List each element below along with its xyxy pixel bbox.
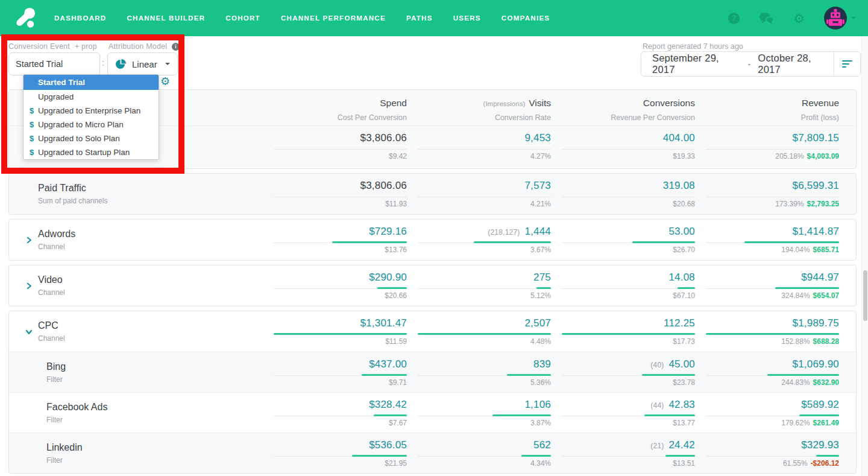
info-icon[interactable]: i (172, 43, 180, 51)
dropdown-item[interactable]: $Upgraded to Solo Plan (24, 132, 159, 145)
cell-subvalue-text: 4.21% (530, 200, 551, 208)
value-bar (274, 287, 407, 289)
cell-value[interactable]: $290.90 (369, 271, 407, 284)
value-bar (418, 333, 551, 335)
value-bar-fill (492, 414, 551, 416)
cell-subvalue: $21.95 (385, 459, 407, 468)
settings-gear-icon[interactable]: ⚙ (793, 12, 805, 25)
cell-value[interactable]: 319.08 (663, 180, 695, 192)
dropdown-item[interactable]: $Upgraded to Enterprise Plan (24, 104, 159, 118)
add-property-link[interactable]: + prop (75, 42, 97, 51)
table-row[interactable]: Facebook AdsFilter$328.42$7.671,1063.87%… (9, 392, 856, 433)
help-icon[interactable]: ? (728, 13, 740, 24)
row-titles: LinkedinFilter (46, 442, 83, 465)
pie-chart-icon (115, 59, 127, 70)
cell-subvalue-text: 173.39% (775, 200, 804, 208)
collapse-chevron-icon[interactable] (25, 328, 38, 336)
cell-value[interactable]: 2,507 (524, 317, 551, 329)
value-bar (418, 414, 551, 416)
app-logo-icon[interactable] (14, 7, 37, 29)
cell-value[interactable]: 839 (533, 358, 551, 370)
cell-value[interactable]: $1,414.87 (793, 226, 839, 238)
profit-value: -$206.12 (811, 459, 839, 468)
cell-value[interactable]: 14.08 (668, 271, 695, 284)
nav-item-cohort[interactable]: COHORT (225, 14, 260, 22)
filter-icon[interactable] (834, 52, 860, 76)
value-bar-fill (332, 241, 407, 243)
chat-icon[interactable] (759, 12, 774, 25)
table-row[interactable]: VideoChannel$290.90$20.662755.12%14.08$6… (9, 265, 856, 306)
value-bar (706, 414, 839, 416)
nav-item-companies[interactable]: COMPANIES (502, 14, 550, 22)
dropdown-item[interactable]: $Upgraded to Startup Plan (24, 145, 159, 159)
cell-value[interactable]: $3,806.06 (360, 180, 407, 192)
row-label: CPCChannel (9, 311, 263, 352)
user-menu[interactable] (824, 7, 856, 30)
date-range-picker[interactable]: September 29, 2017 - October 28, 2017 (641, 51, 861, 77)
cell-value-text: 562 (533, 439, 551, 451)
nav-item-dashboard[interactable]: DASHBOARD (54, 14, 106, 22)
scrollbar-thumb[interactable] (863, 270, 867, 321)
cell-value[interactable]: 112.25 (664, 317, 695, 329)
cell-value[interactable]: $944.97 (801, 271, 839, 284)
expand-chevron-icon[interactable] (25, 236, 38, 244)
cell-value[interactable]: $7,809.15 (793, 132, 839, 144)
cell-value[interactable]: $589.92 (801, 399, 839, 411)
cell-subvalue-text: $13.76 (385, 246, 407, 254)
nav-item-channel-performance[interactable]: CHANNEL PERFORMANCE (281, 14, 386, 22)
table-row[interactable]: LinkedinFilter$536.05$21.955624.34%(21)2… (9, 433, 856, 473)
cell-value[interactable]: $536.05 (369, 439, 407, 451)
value-bar (418, 374, 551, 376)
cell-value[interactable]: 7,573 (524, 180, 551, 192)
conversion-event-label: Conversion Event + prop (8, 42, 97, 51)
cell-value[interactable]: $329.93 (801, 439, 839, 451)
nav-item-users[interactable]: USERS (453, 14, 481, 22)
cell-value[interactable]: $1,989.75 (793, 317, 839, 329)
cell-subvalue-text: $67.10 (673, 291, 695, 300)
cell-value[interactable]: $3,806.06 (360, 132, 407, 144)
row-titles: BingFilter (46, 361, 66, 384)
table-card: AdwordsChannel$729.16$13.76(218,127)1,44… (8, 219, 857, 261)
cell-value[interactable]: 1,106 (524, 399, 551, 411)
cell-value[interactable]: (218,127)1,444 (488, 226, 551, 238)
cell-value[interactable]: (44)42.83 (650, 399, 695, 411)
cell-value[interactable]: 9,453 (524, 132, 551, 144)
profit-value: $2,793.25 (807, 200, 839, 208)
nav-item-channel-builder[interactable]: CHANNEL BUILDER (127, 14, 205, 22)
dropdown-item[interactable]: Started Trial (24, 75, 159, 90)
cell-value[interactable]: (21)24.42 (650, 439, 695, 451)
avatar[interactable] (824, 7, 847, 30)
conversion-event-input[interactable] (8, 52, 100, 75)
profit-value: $632.90 (813, 378, 839, 387)
cell-subvalue: $17.73 (673, 337, 695, 346)
cell-value[interactable]: 562 (533, 439, 551, 451)
cell-subvalue: $13.76 (385, 246, 407, 254)
table-row[interactable]: CPCChannel$1,301.47$11.592,5074.48%112.2… (9, 311, 856, 352)
column-title-text: Visits (529, 98, 551, 108)
value-bar (706, 241, 839, 243)
cell-subvalue: $67.10 (673, 291, 695, 300)
dropdown-item[interactable]: $Upgraded to Micro Plan (24, 118, 159, 132)
cell-value[interactable]: $1,301.47 (360, 317, 407, 329)
event-settings-gear-icon[interactable]: ⚙ (160, 76, 170, 87)
table-row[interactable]: AdwordsChannel$729.16$13.76(218,127)1,44… (9, 220, 856, 260)
cell-value[interactable]: $437.00 (369, 358, 407, 370)
cell-value[interactable]: $1,069.90 (793, 358, 839, 370)
row-titles: CPCChannel (38, 320, 65, 343)
cell-value[interactable]: $328.42 (369, 399, 407, 411)
expand-chevron-icon[interactable] (25, 282, 38, 290)
cell-subvalue-text: 205.18% (775, 152, 804, 160)
cell-value[interactable]: 404.00 (663, 132, 695, 144)
date-range-text: September 29, 2017 - October 28, 2017 (641, 52, 834, 75)
table-row[interactable]: BingFilter$437.00$9.718395.36%(40)45.00$… (9, 352, 856, 392)
cell-value[interactable]: 53.00 (668, 226, 695, 238)
cell-value[interactable]: $6,599.31 (793, 180, 839, 192)
cell-value-text: 112.25 (664, 317, 695, 329)
table-row[interactable]: Paid TrafficSum of paid channels$3,806.0… (9, 174, 856, 214)
dropdown-item[interactable]: Upgraded (24, 90, 159, 104)
cell-value[interactable]: $729.16 (369, 226, 407, 238)
cell-value[interactable]: (40)45.00 (650, 358, 695, 370)
nav-item-paths[interactable]: PATHS (406, 14, 433, 22)
attribution-model-select[interactable]: Linear (107, 52, 178, 75)
cell-value[interactable]: 275 (533, 271, 551, 284)
